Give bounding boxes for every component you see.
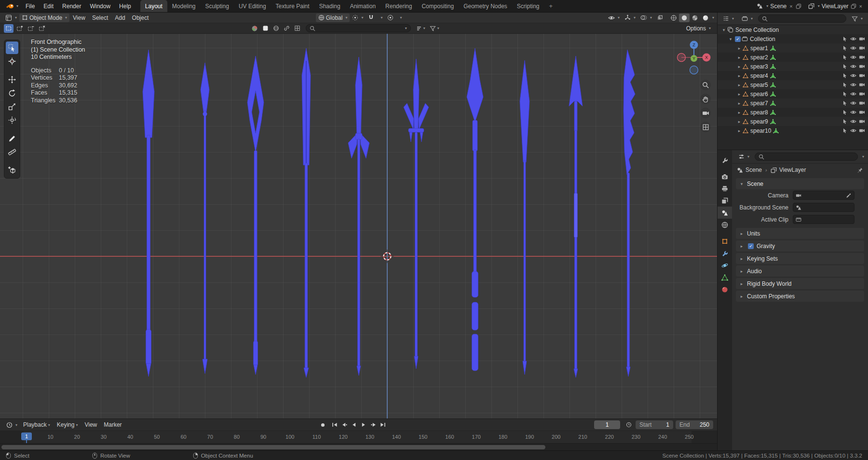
xray-toggle[interactable] — [654, 14, 665, 21]
hide-in-viewport-icon[interactable] — [850, 109, 856, 115]
outliner-search-input[interactable] — [758, 14, 846, 23]
grid-icon[interactable] — [293, 25, 302, 31]
hide-in-viewport-icon[interactable] — [850, 91, 856, 97]
tool-move[interactable] — [6, 73, 18, 86]
disclosure-icon[interactable]: ▸ — [736, 83, 743, 87]
sort-dropdown[interactable]: ▾ — [415, 26, 427, 31]
timeline-menu-view[interactable]: View — [81, 421, 100, 428]
play-reverse-button[interactable] — [350, 421, 359, 429]
object-spear3[interactable] — [247, 56, 264, 375]
collection-checkbox[interactable]: ✓ — [735, 36, 741, 42]
hide-in-viewport-icon[interactable] — [850, 54, 856, 60]
disclosure-icon[interactable]: ▸ — [736, 55, 743, 60]
disable-in-render-icon[interactable] — [859, 54, 865, 60]
properties-editor-type-button[interactable]: ▾ — [736, 153, 752, 160]
shading-solid-button[interactable] — [679, 14, 690, 22]
sphere-icon[interactable] — [271, 25, 281, 31]
object-spear9[interactable] — [569, 56, 583, 377]
outliner-row-spear1[interactable]: ▸spear1 — [718, 43, 868, 53]
properties-tab-material[interactable] — [718, 283, 732, 295]
workspace-tab-modeling[interactable]: Modeling — [167, 0, 201, 12]
disclosure-icon[interactable]: ▸ — [736, 73, 743, 78]
properties-tab-tool[interactable] — [718, 154, 732, 166]
color-swatch[interactable] — [261, 25, 270, 31]
panel-audio[interactable]: ▸Audio — [736, 265, 864, 277]
workspace-tab-scripting[interactable]: Scripting — [512, 0, 544, 12]
shading-rendered-button[interactable] — [700, 14, 711, 22]
workspace-tab-animation[interactable]: Animation — [345, 0, 380, 12]
object-spear2[interactable] — [201, 63, 209, 374]
outliner-editor-type-button[interactable]: ▾ — [720, 15, 736, 22]
link-icon[interactable] — [282, 25, 291, 31]
perspective-toggle-button[interactable] — [700, 122, 711, 132]
outliner-row-spear3[interactable]: ▸spear3 — [718, 62, 868, 71]
object-spear1[interactable] — [143, 50, 154, 376]
selectable-toggle-icon[interactable] — [842, 100, 848, 106]
material-preview-ball-icon[interactable] — [250, 25, 259, 32]
auto-keying-toggle[interactable] — [318, 421, 327, 429]
properties-tab-physics[interactable] — [718, 259, 732, 271]
object-spear4[interactable] — [302, 48, 311, 377]
hide-in-viewport-icon[interactable] — [850, 63, 856, 70]
outliner-row-spear2[interactable]: ▸spear2 — [718, 53, 868, 62]
gizmo-neg-z-axis[interactable] — [690, 66, 698, 74]
properties-tab-render[interactable] — [718, 170, 732, 182]
disable-in-render-icon[interactable] — [859, 36, 865, 42]
viewport-menu-add[interactable]: Add — [111, 14, 128, 21]
tool-cursor[interactable] — [6, 55, 18, 68]
menu-help[interactable]: Help — [115, 3, 136, 10]
select-mode-subtract[interactable] — [26, 24, 36, 33]
zoom-button[interactable] — [700, 80, 711, 90]
current-frame-field[interactable]: 1 — [594, 420, 620, 429]
playhead[interactable]: 1 — [21, 432, 32, 440]
tool-scale[interactable] — [6, 100, 18, 113]
selectable-toggle-icon[interactable] — [842, 73, 848, 79]
panel-custom-properties[interactable]: ▸Custom Properties — [736, 291, 864, 302]
workspace-tab-rendering[interactable]: Rendering — [380, 0, 417, 12]
menu-edit[interactable]: Edit — [39, 3, 58, 10]
selectable-toggle-icon[interactable] — [842, 55, 848, 60]
remove-view-layer-button[interactable]: × — [858, 3, 863, 9]
disable-in-render-icon[interactable] — [859, 63, 865, 70]
outliner-row-spear7[interactable]: ▸spear7 — [718, 98, 868, 108]
selectable-toggle-icon[interactable] — [842, 82, 848, 88]
pivot-point-dropdown[interactable]: ▾ — [350, 14, 366, 21]
eyedropper-icon[interactable] — [846, 193, 852, 198]
hide-in-viewport-icon[interactable] — [850, 127, 856, 134]
jump-to-end-button[interactable] — [379, 421, 388, 429]
gizmos-dropdown[interactable]: ▾ — [622, 14, 638, 21]
navigation-gizmo[interactable]: Z X Y — [675, 38, 713, 77]
hide-in-viewport-icon[interactable] — [850, 118, 856, 125]
panel-gravity[interactable]: ▸✓Gravity — [736, 240, 864, 251]
view-layer-selector[interactable]: ▾ ViewLayer × — [808, 3, 863, 10]
mode-selector[interactable]: Object Mode ▾ — [19, 14, 69, 22]
selectable-toggle-icon[interactable] — [842, 45, 848, 51]
scene-panel-header[interactable]: ▾ Scene — [736, 178, 864, 189]
camera-view-button[interactable] — [700, 108, 711, 118]
disable-in-render-icon[interactable] — [859, 82, 865, 88]
shading-material-button[interactable] — [690, 14, 700, 22]
object-spear5[interactable] — [348, 57, 369, 376]
active-clip-field[interactable] — [793, 215, 854, 224]
timeline-scrollbar[interactable] — [0, 443, 717, 450]
disable-in-render-icon[interactable] — [859, 100, 865, 106]
panel-keying-sets[interactable]: ▸Keying Sets — [736, 253, 864, 264]
unlink-scene-button[interactable]: × — [788, 3, 793, 9]
disclosure-icon[interactable]: ▸ — [736, 101, 743, 106]
disable-in-render-icon[interactable] — [859, 91, 865, 97]
disable-in-render-icon[interactable] — [859, 45, 865, 51]
breadcrumb-view-layer[interactable]: ViewLayer — [779, 167, 806, 173]
shading-wireframe-button[interactable] — [668, 14, 679, 22]
camera-field[interactable] — [793, 191, 854, 200]
object-spear6[interactable] — [404, 59, 429, 369]
outliner-row-spear5[interactable]: ▸spear5 — [718, 80, 868, 89]
disclosure-icon[interactable]: ▸ — [736, 92, 743, 97]
outliner-filter-button[interactable]: ▾ — [849, 15, 865, 22]
app-button[interactable]: ▾ — [3, 0, 21, 12]
menu-render[interactable]: Render — [58, 3, 85, 10]
timeline-scrollbar-thumb[interactable] — [1, 445, 545, 449]
start-frame-field[interactable]: Start 1 — [636, 420, 673, 429]
properties-tab-scene[interactable] — [718, 207, 732, 219]
workspace-tab-shading[interactable]: Shading — [314, 0, 345, 12]
proportional-falloff-dropdown[interactable]: ▾ — [396, 15, 404, 20]
